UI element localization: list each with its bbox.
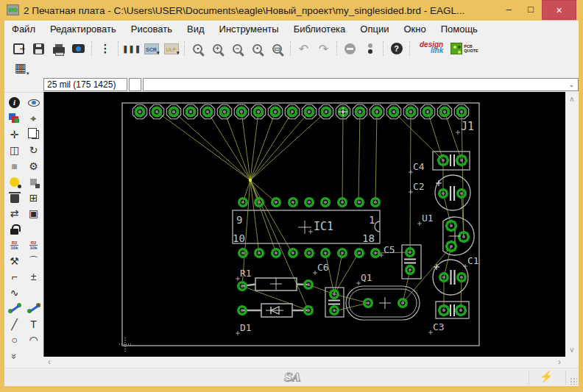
- pinswap-tool[interactable]: ⇄: [7, 206, 23, 221]
- menu-item-4[interactable]: Инструменты: [212, 21, 286, 38]
- scroll-up-icon[interactable]: ∧: [565, 95, 579, 103]
- script-icon[interactable]: SCR: [142, 40, 160, 57]
- watermark: SA: [4, 371, 579, 384]
- wire-tool[interactable]: ╱: [7, 317, 23, 332]
- component-c1[interactable]: C1: [433, 255, 479, 295]
- component-r1[interactable]: R1: [236, 268, 312, 291]
- undo-icon[interactable]: ↶: [294, 40, 313, 57]
- svg-text:Q1: Q1: [361, 272, 372, 283]
- open-icon[interactable]: [10, 40, 28, 57]
- tool-palette: i⌖✛◫↻■⚙⊞⇄▣R210kR210k⚒⌒⌐±∿×╱T○◠»: [4, 92, 43, 368]
- save-icon[interactable]: [29, 40, 48, 57]
- scroll-left-icon[interactable]: ‹: [48, 357, 51, 368]
- meander-tool[interactable]: ∿: [7, 285, 23, 300]
- paste-tool[interactable]: [26, 174, 42, 189]
- optimize-tool[interactable]: ±: [26, 269, 42, 284]
- zoom-in-icon[interactable]: +: [208, 40, 227, 57]
- svg-text:C6: C6: [317, 262, 329, 273]
- lock-tool[interactable]: [7, 222, 23, 237]
- app-icon: BRD: [7, 4, 19, 15]
- menu-item-8[interactable]: Помощь: [434, 21, 485, 38]
- grid-icon[interactable]: ▦: [11, 60, 29, 77]
- maximize-button[interactable]: □: [520, 0, 542, 20]
- arc-tool[interactable]: ◠: [26, 332, 42, 347]
- menu-item-5[interactable]: Библиотека: [286, 21, 353, 38]
- split-tool[interactable]: ⌐: [7, 269, 23, 284]
- eagle-window: BRD 2 Печатная плата - C:\Users\USER\Doc…: [0, 0, 583, 392]
- zoom-out-icon[interactable]: −: [228, 40, 247, 57]
- menu-item-0[interactable]: Файл: [4, 21, 43, 38]
- delete-tool[interactable]: [7, 190, 23, 205]
- status-bar: SA ⚡: [4, 368, 579, 386]
- horizontal-scrollbar[interactable]: ‹ ›: [43, 357, 565, 368]
- menu-item-1[interactable]: Редактировать: [43, 21, 124, 38]
- menu-bar: ФайлРедактироватьРисоватьВидИнструментыБ…: [4, 21, 579, 38]
- cam-processor-icon[interactable]: [69, 40, 88, 57]
- component-ic1[interactable]: 911018IC1: [233, 199, 380, 257]
- menu-item-2[interactable]: Рисовать: [124, 21, 180, 38]
- redo-icon[interactable]: ↷: [314, 40, 333, 57]
- component-c2[interactable]: C2: [409, 175, 470, 210]
- ulp-icon[interactable]: ULP: [162, 40, 180, 57]
- rotate-tool[interactable]: ↻: [26, 143, 42, 157]
- close-button[interactable]: ×: [542, 0, 576, 20]
- menu-item-3[interactable]: Вид: [180, 21, 212, 38]
- component-d1[interactable]: D1: [236, 304, 312, 335]
- circle-tool[interactable]: ○: [7, 332, 23, 347]
- title-bar: BRD 2 Печатная плата - C:\Users\USER\Doc…: [0, 0, 583, 21]
- pcb-drawing[interactable]: J1911018IC1C4C2U1C1C3C5C6R1D1Q1: [44, 92, 566, 357]
- scroll-down-icon[interactable]: ∨: [565, 346, 579, 354]
- cut-tool[interactable]: [7, 174, 23, 189]
- command-line-input[interactable]: [144, 79, 566, 90]
- parameter-bar: 25 mil (175 1425) ⌄: [4, 77, 579, 92]
- menu-item-6[interactable]: Опции: [353, 21, 396, 38]
- vertical-scrollbar[interactable]: ∧ ∨: [565, 92, 579, 357]
- zoom-select-icon[interactable]: •: [248, 40, 266, 57]
- header-pin-icon[interactable]: ⋮: [96, 40, 114, 57]
- combo-dropdown-icon[interactable]: ⌄: [566, 79, 577, 90]
- scroll-right-icon[interactable]: ›: [558, 357, 561, 368]
- copy-tool[interactable]: [26, 127, 42, 142]
- zoom-fit-icon[interactable]: ▪: [188, 40, 207, 57]
- ripup-tool[interactable]: ×: [26, 301, 42, 316]
- value-tool[interactable]: R210k: [26, 238, 42, 252]
- mark-tool[interactable]: ⌖: [26, 111, 42, 126]
- designlink-logo[interactable]: designlink: [414, 40, 449, 57]
- minimize-button[interactable]: –: [498, 0, 520, 20]
- add-tool[interactable]: ⊞: [26, 190, 42, 205]
- change-tool[interactable]: ⚙: [26, 159, 42, 174]
- menu-item-7[interactable]: Окно: [396, 21, 433, 38]
- svg-text:U1: U1: [422, 213, 434, 224]
- print-icon[interactable]: [49, 40, 68, 57]
- display-layers-tool[interactable]: [7, 111, 23, 126]
- pcbquote-logo[interactable]: PCBQUOTE: [451, 40, 478, 57]
- info-tool[interactable]: i: [7, 96, 23, 110]
- svg-text:D1: D1: [240, 322, 252, 333]
- zoom-redraw-icon[interactable]: ▭: [268, 40, 286, 57]
- text-tool[interactable]: T: [26, 317, 42, 332]
- svg-text:C2: C2: [413, 181, 425, 192]
- more-tools[interactable]: »: [7, 349, 23, 363]
- stop-icon[interactable]: [341, 40, 359, 57]
- show-tool[interactable]: [26, 96, 42, 110]
- component-c3[interactable]: C3: [428, 302, 469, 335]
- library-icon[interactable]: ❚❚❚: [122, 40, 141, 57]
- coordinate-display: 25 mil (175 1425): [43, 78, 127, 91]
- route-tool[interactable]: [7, 301, 23, 316]
- miter-tool[interactable]: ⌒: [26, 254, 42, 268]
- mirror-tool[interactable]: ◫: [7, 143, 23, 157]
- component-j1[interactable]: J1: [132, 104, 474, 135]
- smash-tool[interactable]: ⚒: [7, 254, 23, 268]
- replace-tool[interactable]: ▣: [26, 206, 42, 221]
- component-c5[interactable]: C5: [379, 244, 421, 279]
- help-icon[interactable]: ?: [387, 40, 406, 57]
- resize-grip[interactable]: [570, 377, 577, 385]
- move-tool[interactable]: ✛: [7, 127, 23, 142]
- go-icon[interactable]: [361, 40, 379, 57]
- component-u1[interactable]: U1: [417, 213, 474, 255]
- component-c4[interactable]: C4: [409, 152, 470, 174]
- group-tool[interactable]: ■: [7, 159, 23, 174]
- lightning-icon: ⚡: [537, 370, 556, 383]
- board-canvas[interactable]: J1911018IC1C4C2U1C1C3C5C6R1D1Q1: [43, 92, 565, 357]
- name-tool[interactable]: R210k: [7, 238, 23, 252]
